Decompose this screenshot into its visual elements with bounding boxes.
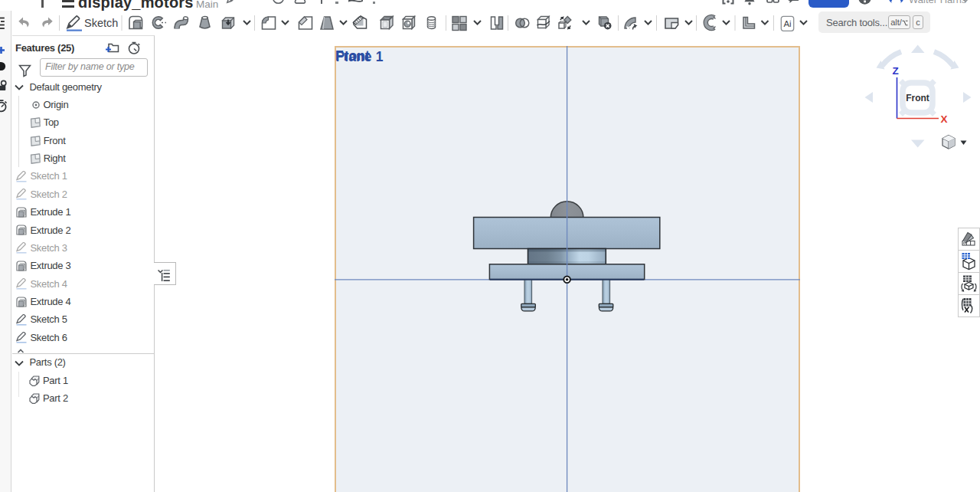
svg-text:X: X [940,113,947,125]
svg-text:Z: Z [892,65,898,77]
svg-text:Front: Front [906,93,929,103]
svg-text:Ai: Ai [783,19,791,28]
svg-text:Sketch: Sketch [84,17,118,29]
svg-text:Front: Front [335,48,370,64]
